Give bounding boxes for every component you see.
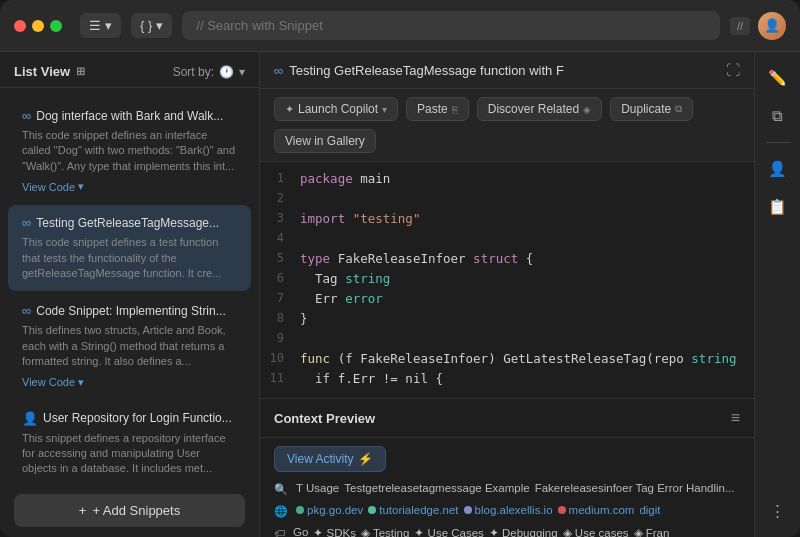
- code-actions: ✦ Launch Copilot ▾ Paste ⎘ Discover Rela…: [260, 89, 754, 162]
- link-label: blog.alexellis.io: [475, 504, 553, 516]
- snippet-item[interactable]: ∞ Testing GetReleaseTagMessage... This c…: [8, 205, 251, 291]
- discover-related-button[interactable]: Discover Related ◈: [477, 97, 602, 121]
- infinity-icon: ∞: [274, 63, 283, 78]
- copy-button[interactable]: ⧉: [762, 100, 794, 132]
- line-number: 6: [260, 271, 300, 289]
- code-line: 11 if f.Err != nil {: [260, 370, 754, 390]
- add-snippets-button[interactable]: + + Add Snippets: [14, 494, 245, 527]
- link-dot: [368, 506, 376, 514]
- menu-icon: ☰: [89, 18, 101, 33]
- context-search-tags: T Usage Testgetreleasetagmessage Example…: [296, 482, 735, 494]
- activity-icon: ⚡: [358, 452, 373, 466]
- expand-button[interactable]: ⛶: [726, 62, 740, 78]
- context-title: Context Preview: [274, 411, 375, 426]
- launch-copilot-button[interactable]: ✦ Launch Copilot ▾: [274, 97, 398, 121]
- discover-label: Discover Related: [488, 102, 579, 116]
- toolbar-divider: [766, 142, 790, 143]
- code-body: 1 package main 2 3 import "testing" 4 5: [260, 162, 754, 398]
- link-dot: [464, 506, 472, 514]
- minimize-button[interactable]: [32, 20, 44, 32]
- avatar[interactable]: 👤: [758, 12, 786, 40]
- tag[interactable]: ✦ Debugging: [489, 526, 558, 537]
- gallery-label: View in Gallery: [285, 134, 365, 148]
- code-line: 5 type FakeReleaseInfoer struct {: [260, 250, 754, 270]
- traffic-lights: [14, 20, 62, 32]
- snippet-item[interactable]: 👤 User Repository for Login Functio... T…: [8, 401, 251, 484]
- snippet-item-desc: This code snippet defines an interface c…: [22, 128, 237, 174]
- context-link[interactable]: digit: [639, 504, 660, 516]
- tag[interactable]: ✦ Use Cases: [414, 526, 483, 537]
- edit-button[interactable]: ✏️: [762, 62, 794, 94]
- search-icon: 🔍: [274, 483, 288, 496]
- code-title: ∞ Testing GetReleaseTagMessage function …: [274, 63, 564, 78]
- sort-button[interactable]: Sort by: 🕐 ▾: [173, 65, 245, 79]
- menu-button[interactable]: ☰ ▾: [80, 13, 121, 38]
- snippet-item[interactable]: ∞ Dog interface with Bark and Walk... Th…: [8, 98, 251, 203]
- view-code-button[interactable]: View Code ▾: [22, 180, 84, 193]
- link-label: medium.com: [569, 504, 635, 516]
- copy-icon: ⧉: [772, 107, 783, 125]
- duplicate-icon: ⧉: [675, 103, 682, 115]
- link-dot: [558, 506, 566, 514]
- context-link[interactable]: pkg.go.dev: [296, 504, 363, 516]
- paste-button[interactable]: Paste ⎘: [406, 97, 469, 121]
- snippet-title-text: User Repository for Login Functio...: [43, 411, 232, 425]
- search-tag[interactable]: Testgetreleasetagmessage Example: [344, 482, 529, 494]
- code-icon: { }: [140, 18, 152, 33]
- view-activity-button[interactable]: View Activity ⚡: [274, 446, 386, 472]
- snippet-item-title: 👤 User Repository for Login Functio...: [22, 411, 237, 426]
- tag[interactable]: ◈ Use cases: [563, 526, 629, 537]
- code-view-button[interactable]: { } ▾: [131, 13, 172, 38]
- close-button[interactable]: [14, 20, 26, 32]
- more-button[interactable]: ⋮: [762, 495, 794, 527]
- line-content: [300, 331, 308, 349]
- user-icon: 👤: [22, 411, 38, 426]
- titlebar-right: // 👤: [730, 12, 786, 40]
- search-tag[interactable]: Fakereleasesinfoer Tag Error Handlin...: [535, 482, 735, 494]
- line-number: 9: [260, 331, 300, 349]
- line-number: 5: [260, 251, 300, 269]
- snippet-title-text: Code Snippet: Implementing Strin...: [36, 304, 225, 318]
- code-line: 3 import "testing": [260, 210, 754, 230]
- duplicate-button[interactable]: Duplicate ⧉: [610, 97, 693, 121]
- sidebar: List View ⊞ Sort by: 🕐 ▾ ∞ Dog interface…: [0, 52, 260, 537]
- search-tag[interactable]: T Usage: [296, 482, 339, 494]
- view-activity-label: View Activity: [287, 452, 353, 466]
- line-content: Tag string: [300, 271, 390, 289]
- chevron-down-icon: ▾: [78, 180, 84, 193]
- tag[interactable]: Go: [293, 526, 308, 537]
- sort-chevron: ▾: [239, 65, 245, 79]
- view-code-button[interactable]: View Code ▾: [22, 376, 84, 389]
- line-number: 1: [260, 171, 300, 189]
- context-link[interactable]: blog.alexellis.io: [464, 504, 553, 516]
- api-badge: //: [730, 17, 750, 35]
- code-section: ∞ Testing GetReleaseTagMessage function …: [260, 52, 754, 399]
- tag[interactable]: ◈ Fran: [634, 526, 670, 537]
- code-line: 1 package main: [260, 170, 754, 190]
- add-snippets-label: + Add Snippets: [92, 503, 180, 518]
- line-content: [300, 231, 308, 249]
- expand-icon[interactable]: ⊞: [76, 65, 85, 78]
- context-menu-icon[interactable]: ≡: [731, 409, 740, 427]
- view-code-button[interactable]: View Code ▾: [22, 483, 84, 484]
- maximize-button[interactable]: [50, 20, 62, 32]
- duplicate-label: Duplicate: [621, 102, 671, 116]
- line-number: 4: [260, 231, 300, 249]
- view-in-gallery-button[interactable]: View in Gallery: [274, 129, 376, 153]
- discover-icon: ◈: [583, 104, 591, 115]
- snippet-item[interactable]: ∞ Code Snippet: Implementing Strin... Th…: [8, 293, 251, 398]
- clipboard-button[interactable]: 📋: [762, 191, 794, 223]
- paste-label: Paste: [417, 102, 448, 116]
- context-link[interactable]: medium.com: [558, 504, 635, 516]
- tag[interactable]: ◈ Testing: [361, 526, 409, 537]
- code-line: 6 Tag string: [260, 270, 754, 290]
- code-line: 9: [260, 330, 754, 350]
- code-line: 8 }: [260, 310, 754, 330]
- context-tags-row: 🏷 Go ✦ SDKs ◈ Testing ✦ Use Cases ✦ Debu…: [274, 526, 740, 537]
- search-input[interactable]: [182, 11, 720, 40]
- infinity-icon: ∞: [22, 215, 31, 230]
- context-link[interactable]: tutorialedge.net: [368, 504, 458, 516]
- launch-copilot-label: Launch Copilot: [298, 102, 378, 116]
- tag[interactable]: ✦ SDKs: [313, 526, 356, 537]
- user-button[interactable]: 👤: [762, 153, 794, 185]
